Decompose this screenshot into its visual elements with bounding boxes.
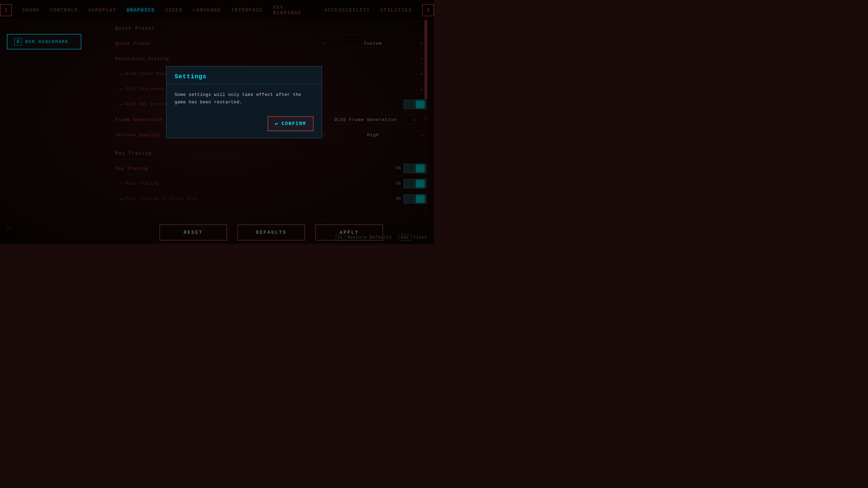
confirm-icon: ↩: [275, 120, 279, 127]
modal-overlay: Settings Some settings will only take ef…: [0, 0, 434, 244]
confirm-label: CONFIRM: [281, 121, 306, 126]
modal-footer: ↩ CONFIRM: [166, 113, 322, 138]
modal-title: Settings: [166, 66, 322, 84]
settings-dialog: Settings Some settings will only take ef…: [166, 66, 322, 138]
confirm-button[interactable]: ↩ CONFIRM: [268, 116, 314, 131]
modal-body: Some settings will only take effect afte…: [166, 84, 322, 113]
